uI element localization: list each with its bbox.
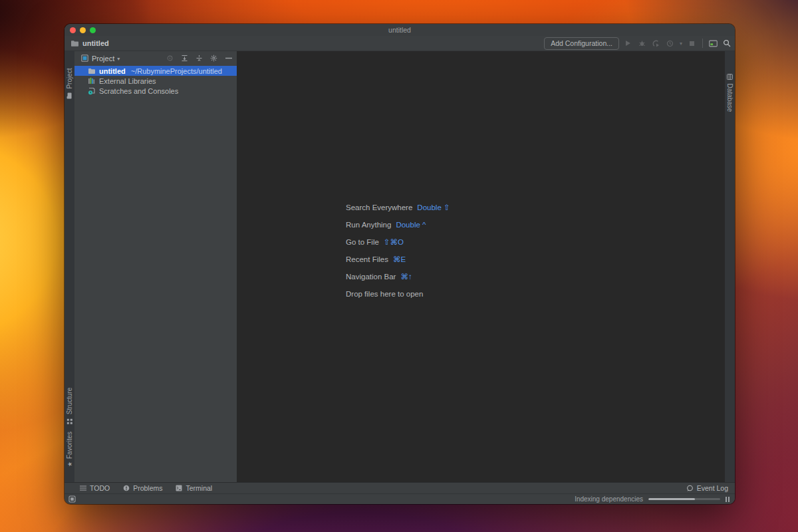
shortcut-label: Run Anything (346, 221, 391, 229)
project-tool-window: Project ▾ (74, 51, 237, 482)
tree-row-untitled[interactable]: untitled ~/RubymineProjects/untitled (74, 66, 237, 76)
settings-gear-icon[interactable] (209, 54, 218, 63)
tool-stripe-database-label: Database (726, 83, 733, 112)
run-with-coverage-icon[interactable] (652, 39, 660, 48)
hide-panel-icon[interactable] (224, 54, 233, 63)
tree-item-name: untitled (99, 67, 126, 75)
breadcrumb-project-name[interactable]: untitled (82, 39, 109, 47)
expand-all-icon[interactable] (180, 54, 189, 63)
event-log-button[interactable]: Event Log (686, 484, 728, 493)
toolbar-separator (702, 39, 703, 48)
project-panel-title[interactable]: Project (92, 55, 114, 63)
project-panel-header: Project ▾ (74, 51, 237, 64)
title-bar: untitled (65, 24, 735, 36)
pause-indexing-icon[interactable] (726, 497, 730, 502)
drop-files-hint: Drop files here to open (346, 285, 450, 303)
tool-stripe-favorites-label: Favorites (66, 432, 73, 459)
tool-stripe-favorites[interactable]: ★ Favorites (66, 432, 73, 467)
structure-icon (65, 417, 74, 426)
external-libraries-icon (87, 76, 96, 85)
problems-tab[interactable]: Problems (122, 484, 162, 493)
shortcut-label: Recent Files (346, 255, 388, 263)
tool-stripe-structure[interactable]: Structure (65, 388, 74, 426)
problems-info-icon (122, 484, 130, 493)
shortcut-keys: Double ⇧ (417, 203, 450, 212)
ide-window: untitled untitled Add Configuration... (65, 24, 735, 504)
star-icon: ★ (66, 462, 73, 467)
shortcut-search-everywhere: Search Everywhere Double ⇧ (346, 199, 450, 216)
run-icon[interactable] (624, 39, 632, 48)
project-view-icon (80, 54, 89, 63)
tool-stripe-project-label: Project (66, 68, 73, 88)
indexing-progress-fill (648, 498, 695, 500)
todo-tab-label: TODO (90, 484, 110, 492)
shortcut-label: Navigation Bar (346, 273, 396, 281)
stop-icon[interactable] (688, 39, 696, 48)
main-area: Project Structure ★ Favorites (65, 51, 735, 482)
event-log-label: Event Log (697, 484, 728, 492)
terminal-icon (175, 484, 184, 493)
tool-stripe-database[interactable]: Database (726, 72, 734, 112)
main-toolbar: untitled Add Configuration... ▾ (65, 36, 735, 51)
tree-row-external-libraries[interactable]: External Libraries (74, 76, 237, 86)
tree-row-scratches[interactable]: Scratches and Consoles (74, 86, 237, 96)
shortcut-label: Go to File (346, 238, 379, 246)
todo-list-icon (78, 484, 87, 493)
add-configuration-button[interactable]: Add Configuration... (544, 37, 619, 50)
shortcut-keys: ⌘↑ (400, 272, 412, 281)
shortcut-go-to-file: Go to File ⇧⌘O (346, 233, 450, 251)
tool-window-bar: TODO Problems Terminal Event Log (65, 482, 735, 493)
event-log-balloon-icon (686, 484, 694, 493)
debug-icon[interactable] (638, 39, 646, 48)
run-options-chevron-icon[interactable]: ▾ (680, 41, 682, 47)
shortcut-recent-files: Recent Files ⌘E (346, 251, 450, 268)
todo-tab[interactable]: TODO (78, 484, 110, 493)
tool-stripe-structure-label: Structure (66, 388, 73, 415)
status-bar: Indexing dependencies (65, 493, 735, 504)
tree-item-name: External Libraries (99, 77, 156, 85)
tree-item-path: ~/RubymineProjects/untitled (131, 67, 222, 75)
shortcut-keys: ⇧⌘O (384, 237, 404, 247)
toggle-tool-window-stripes-icon[interactable] (68, 495, 76, 503)
shortcut-label: Search Everywhere (346, 203, 412, 211)
tool-windows-icon[interactable] (709, 39, 718, 48)
window-title: untitled (65, 26, 735, 34)
collapse-all-icon[interactable] (195, 54, 203, 63)
project-tree: untitled ~/RubymineProjects/untitled Ext… (74, 66, 237, 96)
left-tool-stripe: Project Structure ★ Favorites (65, 51, 74, 482)
shortcut-label: Drop files here to open (346, 290, 423, 298)
shortcut-keys: ⌘E (393, 255, 406, 264)
database-icon (726, 72, 734, 80)
shortcut-run-anything: Run Anything Double ^ (346, 216, 450, 233)
folder-icon (70, 39, 79, 48)
search-everywhere-icon[interactable] (722, 39, 731, 48)
empty-state-shortcuts: Search Everywhere Double ⇧ Run Anything … (346, 199, 450, 303)
tree-item-name: Scratches and Consoles (99, 87, 178, 95)
indexing-status-text: Indexing dependencies (575, 495, 643, 503)
editor-area: Search Everywhere Double ⇧ Run Anything … (237, 51, 725, 482)
problems-tab-label: Problems (133, 484, 162, 492)
right-tool-stripe: Database (725, 51, 735, 482)
profiler-icon[interactable] (666, 39, 674, 48)
project-panel-chevron-icon[interactable]: ▾ (117, 56, 120, 62)
shortcut-keys: Double ^ (396, 221, 426, 229)
shortcut-navigation-bar: Navigation Bar ⌘↑ (346, 268, 450, 285)
project-folder-icon (65, 91, 74, 100)
indexing-progress-bar (648, 498, 720, 500)
scratches-and-consoles-icon (87, 86, 96, 95)
terminal-tab[interactable]: Terminal (175, 484, 213, 493)
locate-file-icon[interactable] (166, 54, 174, 63)
terminal-tab-label: Terminal (186, 484, 213, 492)
tool-stripe-project[interactable]: Project (65, 68, 74, 100)
folder-icon (87, 66, 96, 75)
